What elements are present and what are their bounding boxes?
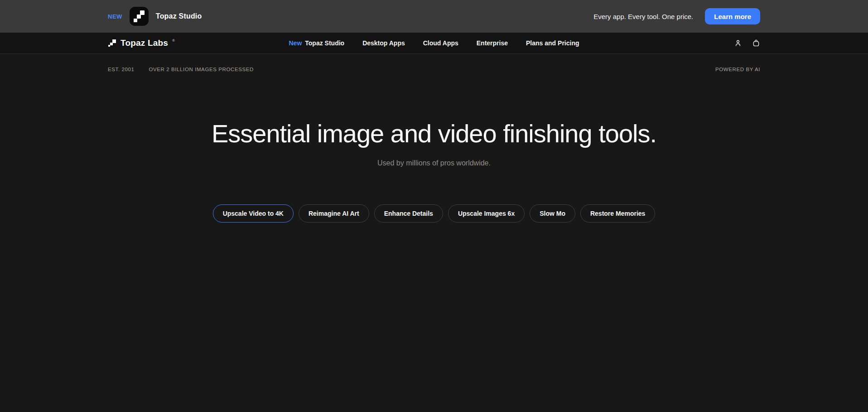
nav-item-topaz-studio[interactable]: New Topaz Studio [289,39,344,47]
account-icon[interactable] [734,39,742,47]
pill-restore-memories[interactable]: Restore Memories [580,204,655,223]
main-navbar: Topaz Labs ® New Topaz Studio Desktop Ap… [0,33,868,54]
pill-reimagine-ai-art[interactable]: Reimagine AI Art [299,204,369,223]
topaz-pixel-mark-icon [108,39,116,48]
stats-left: EST. 2001 OVER 2 BILLION IMAGES PROCESSE… [108,67,254,72]
announcement-bar: NEW Topaz Studio Every app. Every tool. … [0,0,868,33]
stats-bar: EST. 2001 OVER 2 BILLION IMAGES PROCESSE… [0,54,868,72]
shopping-bag-icon[interactable] [752,39,760,47]
stat-powered-by-ai: POWERED BY AI [715,67,760,72]
nav-item-cloud-apps[interactable]: Cloud Apps [423,39,458,47]
logo-wordmark: Topaz Labs [121,38,168,48]
announcement-tagline: Every app. Every tool. One price. [593,13,693,20]
pill-upscale-images-6x[interactable]: Upscale Images 6x [448,204,525,223]
topaz-labs-logo[interactable]: Topaz Labs ® [108,38,175,48]
topaz-studio-app-icon [130,7,149,26]
pill-slow-mo[interactable]: Slow Mo [530,204,575,223]
hero-subheading: Used by millions of pros worldwide. [0,159,868,167]
nav-links: New Topaz Studio Desktop Apps Cloud Apps… [289,39,579,47]
new-badge: NEW [108,13,122,20]
nav-item-desktop-apps[interactable]: Desktop Apps [362,39,405,47]
nav-item-plans-and-pricing[interactable]: Plans and Pricing [526,39,579,47]
hero-section: Essential image and video finishing tool… [0,119,868,223]
hero-heading: Essential image and video finishing tool… [0,119,868,148]
stat-established: EST. 2001 [108,67,134,72]
nav-new-label: New [289,39,302,47]
nav-item-label: Topaz Studio [305,39,344,47]
feature-pills: Upscale Video to 4K Reimagine AI Art Enh… [0,204,868,223]
pill-upscale-video-to-4k[interactable]: Upscale Video to 4K [213,204,294,223]
learn-more-button[interactable]: Learn more [705,8,760,24]
registered-trademark: ® [172,38,175,44]
announcement-left: NEW Topaz Studio [108,7,202,26]
announcement-right: Every app. Every tool. One price. Learn … [593,8,760,24]
nav-icons [734,39,760,47]
pill-enhance-details[interactable]: Enhance Details [374,204,443,223]
nav-item-enterprise[interactable]: Enterprise [477,39,508,47]
announcement-title: Topaz Studio [156,12,202,20]
stat-images-processed: OVER 2 BILLION IMAGES PROCESSED [149,67,253,72]
